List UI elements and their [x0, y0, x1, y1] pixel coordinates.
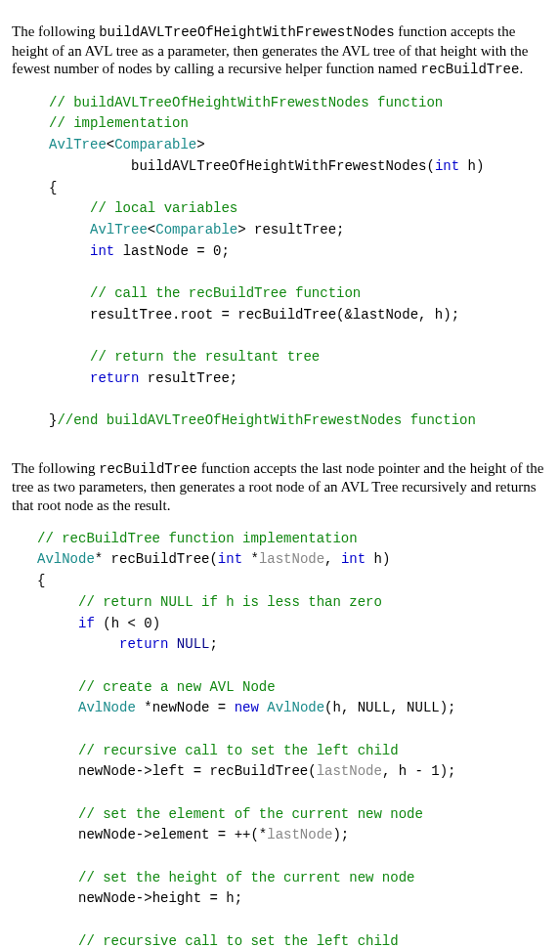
paragraph-1-intro: The following buildAVLTreeOfHeightWithFr… [12, 22, 548, 79]
keyword-int: int [218, 551, 242, 567]
type-name: AvlTree [49, 137, 107, 152]
statement: resultTree.root = recBuildTree(&lastNode… [90, 307, 459, 323]
comment: // create a new AVL Node [78, 679, 276, 695]
inline-code-fn-name: buildAVLTreeOfHeightWithFrewestNodes [99, 24, 394, 40]
decl: resultTree; [246, 222, 345, 237]
type-name: Comparable [155, 222, 237, 237]
sig: , [324, 551, 341, 567]
keyword-int: int [341, 551, 366, 567]
null-literal: NULL [177, 636, 210, 652]
keyword-return: return [119, 636, 168, 652]
paragraph-2-intro: The following recBuildTree function acce… [12, 459, 548, 515]
comment: // return NULL if h is less than zero [78, 594, 382, 610]
comment: // recBuildTree function implementation [37, 531, 358, 546]
keyword-new: new [235, 700, 259, 715]
comment: // set the height of the current new nod… [78, 870, 414, 885]
sig: * recBuildTree( [95, 551, 218, 567]
text: The following [12, 460, 99, 476]
keyword-if: if [78, 616, 95, 631]
function-name: buildAVLTreeOfHeightWithFrewestNodes [131, 158, 426, 174]
stmt: newNode->left = recBuildTree( [78, 763, 317, 779]
stmt: , h - 1); [382, 763, 456, 779]
type-name: AvlNode [78, 700, 136, 715]
sig: h) [366, 551, 390, 567]
stmt: newNode->height = h; [78, 890, 242, 906]
comment: // recursive call to set the left child [78, 743, 399, 758]
comment: // call the recBuildTree function [90, 285, 361, 301]
expr: resultTree; [139, 370, 237, 386]
comment: // return the resultant tree [90, 349, 320, 365]
comment: //end buildAVLTreeOfHeightWithFrewestNod… [57, 412, 475, 428]
param-lastnode: lastNode [317, 763, 382, 779]
stmt: newNode->element = ++(* [78, 827, 267, 842]
type-name: AvlNode [37, 551, 95, 567]
code-block-build-avl: // buildAVLTreeOfHeightWithFrewestNodes … [49, 93, 548, 432]
cond: (h < 0) [95, 616, 160, 631]
sig: * [242, 551, 259, 567]
keyword-int: int [90, 243, 114, 259]
comment: // recursive call to set the left child [78, 933, 399, 949]
comment: // local variables [90, 200, 237, 216]
stmt: ); [332, 827, 349, 842]
keyword-return: return [90, 370, 139, 386]
keyword-int: int [435, 158, 459, 174]
inline-code-helper-name: recBuildTree [421, 62, 520, 77]
type-name: AvlTree [90, 222, 148, 237]
code-block-rec-build: // recBuildTree function implementation … [37, 529, 548, 949]
decl: *newNode = [136, 700, 235, 715]
comment: // set the element of the current new no… [78, 806, 423, 822]
decl: lastNode = 0; [114, 243, 230, 259]
param: h [459, 158, 476, 174]
comment: // implementation [49, 115, 189, 131]
comment: // buildAVLTreeOfHeightWithFrewestNodes … [49, 95, 443, 110]
ctor-args: (h, NULL, NULL); [324, 700, 455, 715]
type-name: AvlNode [267, 700, 324, 715]
param-lastnode: lastNode [259, 551, 324, 567]
type-name: Comparable [114, 137, 196, 152]
param-lastnode: lastNode [267, 827, 332, 842]
inline-code-fn-name: recBuildTree [99, 461, 197, 477]
text: The following [12, 23, 99, 39]
text: . [519, 61, 523, 76]
